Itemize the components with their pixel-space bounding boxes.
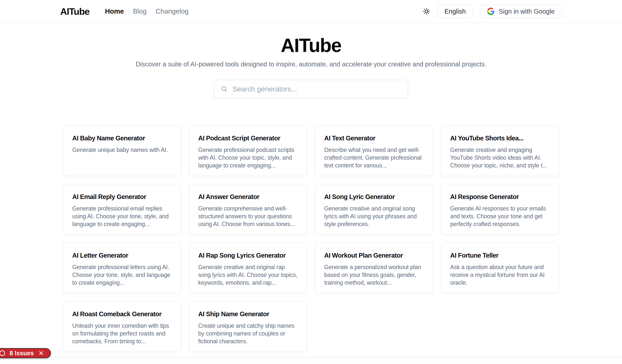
- card-description: Generate professional letters using AI. …: [72, 263, 172, 287]
- card-description: Generate creative and original song lyri…: [324, 205, 424, 228]
- generator-card[interactable]: AI Answer Generator Generate comprehensi…: [189, 184, 307, 235]
- generator-card[interactable]: AI Podcast Script Generator Generate pro…: [189, 126, 307, 176]
- main-nav: Home Blog Changelog: [105, 7, 189, 15]
- card-title: AI Rap Song Lyrics Generator: [198, 252, 298, 259]
- card-title: AI Workout Plan Generator: [324, 252, 424, 259]
- nav-item-changelog[interactable]: Changelog: [156, 7, 189, 15]
- sun-icon: [423, 8, 430, 15]
- issues-badge-ring-icon: [0, 350, 5, 356]
- nav-item-blog[interactable]: Blog: [133, 7, 147, 15]
- generator-card[interactable]: AI Song Lyric Generator Generate creativ…: [315, 184, 433, 235]
- header: AITube Home Blog Changelog English: [0, 0, 622, 23]
- card-title: AI Letter Generator: [72, 252, 172, 259]
- card-description: Describe what you need and get well-craf…: [324, 146, 424, 169]
- google-signin-label: Sign in with Google: [499, 8, 555, 15]
- card-title: AI Text Generator: [324, 134, 424, 142]
- card-description: Unleash your inner comedian with tips on…: [72, 322, 172, 345]
- issues-badge[interactable]: 8 Issues ✕: [0, 348, 51, 358]
- page-subtitle: Discover a suite of AI-powered tools des…: [0, 60, 622, 68]
- card-description: Ask a question about your future and rec…: [450, 263, 550, 287]
- language-button[interactable]: English: [437, 5, 473, 18]
- card-description: Generate AI responses to your emails and…: [450, 205, 550, 228]
- generator-card[interactable]: AI Roast Comeback Generator Unleash your…: [63, 301, 181, 352]
- card-description: Generate professional email replies usin…: [72, 205, 172, 228]
- generator-card[interactable]: AI Rap Song Lyrics Generator Generate cr…: [189, 243, 307, 293]
- card-description: Generate a personalized workout plan bas…: [324, 263, 424, 287]
- footer: [0, 357, 622, 364]
- generator-card[interactable]: AI Letter Generator Generate professiona…: [63, 243, 181, 293]
- generator-card[interactable]: AI Workout Plan Generator Generate a per…: [315, 243, 433, 293]
- generator-card[interactable]: AI Response Generator Generate AI respon…: [441, 184, 559, 235]
- card-title: AI Ship Name Generator: [198, 310, 298, 318]
- google-signin-button[interactable]: Sign in with Google: [480, 5, 562, 18]
- generator-card[interactable]: AI Fortune Teller Ask a question about y…: [441, 243, 559, 293]
- card-title: AI Song Lyric Generator: [324, 193, 424, 200]
- page-title: AITube: [0, 34, 622, 56]
- card-title: AI Answer Generator: [198, 193, 298, 200]
- card-description: Generate creative and original rap song …: [198, 263, 298, 287]
- card-description: Generate creative and engaging YouTube S…: [450, 146, 550, 169]
- card-description: Generate comprehensive and well-structur…: [198, 205, 298, 228]
- magnifier-icon: [221, 85, 228, 93]
- generator-card[interactable]: AI YouTube Shorts Idea... Generate creat…: [441, 126, 559, 176]
- search-box[interactable]: [214, 80, 408, 98]
- card-title: AI Email Reply Generator: [72, 193, 172, 200]
- generator-grid: AI Baby Name Generator Generate unique b…: [63, 126, 559, 352]
- card-title: AI Roast Comeback Generator: [72, 310, 172, 318]
- card-description: Create unique and catchy ship names by c…: [198, 322, 298, 345]
- card-title: AI Podcast Script Generator: [198, 134, 298, 142]
- theme-toggle-button[interactable]: [423, 8, 430, 15]
- generator-card[interactable]: AI Text Generator Describe what you need…: [315, 126, 433, 176]
- logo[interactable]: AITube: [60, 6, 89, 17]
- card-title: AI Fortune Teller: [450, 252, 550, 259]
- search-input[interactable]: [232, 85, 401, 93]
- card-description: Generate unique baby names with AI.: [72, 146, 172, 154]
- issues-badge-label: 8 Issues: [10, 350, 34, 357]
- generator-card[interactable]: AI Ship Name Generator Create unique and…: [189, 301, 307, 352]
- google-g-icon: [487, 8, 495, 15]
- close-icon[interactable]: ✕: [39, 350, 44, 356]
- card-title: AI Baby Name Generator: [72, 134, 172, 142]
- generator-card[interactable]: AI Baby Name Generator Generate unique b…: [63, 126, 181, 176]
- nav-item-home[interactable]: Home: [105, 7, 124, 15]
- header-actions: English Sign in with Google: [423, 5, 562, 18]
- card-title: AI YouTube Shorts Idea...: [450, 134, 550, 142]
- generator-card[interactable]: AI Email Reply Generator Generate profes…: [63, 184, 181, 235]
- hero: AITube Discover a suite of AI-powered to…: [0, 34, 622, 98]
- card-title: AI Response Generator: [450, 193, 550, 200]
- card-description: Generate professional podcast scripts wi…: [198, 146, 298, 169]
